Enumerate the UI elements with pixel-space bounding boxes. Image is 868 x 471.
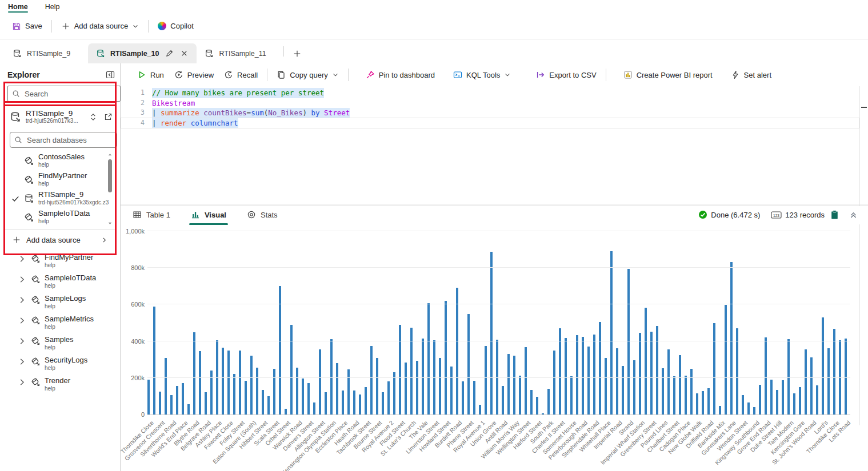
menu-help[interactable]: Help <box>45 0 60 13</box>
database-list-item[interactable]: RTISample_9trd-hjut526m017k35xgdc.z3 <box>5 189 115 208</box>
code-token: by <box>311 108 320 118</box>
bar <box>519 376 521 414</box>
new-tab-button[interactable] <box>287 43 307 63</box>
set-alert-button[interactable]: Set alert <box>726 67 777 82</box>
bar <box>765 337 767 414</box>
database-search-box[interactable] <box>10 132 117 148</box>
database-list-item[interactable]: FindMyPartnerhelp <box>5 170 115 189</box>
database-item-text: FindMyPartnerhelp <box>38 172 87 187</box>
open-in-new-window-icon[interactable] <box>103 112 113 122</box>
database-icon <box>96 49 105 58</box>
bar <box>587 347 590 414</box>
explorer-search-input[interactable] <box>23 89 116 99</box>
bar <box>313 402 315 414</box>
query-pane: Run Preview Recall Copy query Pin to das… <box>121 63 868 471</box>
line-number: 2 <box>121 98 152 108</box>
sidebar-item-samplemetrics[interactable]: SampleMetricshelp <box>0 313 120 334</box>
copy-query-button[interactable]: Copy query <box>271 67 343 82</box>
create-power-bi-report-button[interactable]: Create Power BI report <box>618 67 718 82</box>
tab-rtisample_9[interactable]: RTISample_9 <box>5 43 88 63</box>
export-csv-button[interactable]: Export to CSV <box>531 67 601 82</box>
records-count-label: 123 records <box>785 211 825 219</box>
query-status: Done (6.472 s) 123 123 records <box>698 210 858 220</box>
tab-stats[interactable]: Stats <box>245 204 279 225</box>
collapse-results-icon[interactable] <box>849 211 858 219</box>
scroll-down-icon[interactable] <box>107 220 113 227</box>
sidebar-item-trender[interactable]: Trenderhelp <box>0 375 120 396</box>
bar <box>770 380 773 414</box>
code-token: ) <box>302 108 311 118</box>
tab-visual[interactable]: Visual <box>189 204 228 225</box>
chart-bars <box>147 231 850 414</box>
tree-item-text: FindMyPartnerhelp <box>45 253 93 269</box>
tab-table-1[interactable]: Table 1 <box>131 204 172 225</box>
rename-tab-icon[interactable] <box>165 49 174 58</box>
expand-chevron-icon <box>17 377 27 387</box>
menu-home[interactable]: Home <box>8 0 28 13</box>
clipboard-icon[interactable] <box>830 210 839 220</box>
pin-to-dashboard-button[interactable]: Pin to dashboard <box>361 67 440 82</box>
sidebar-item-sampleiotdata[interactable]: SampleIoTDatahelp <box>0 272 120 293</box>
sidebar-item-securitylogs[interactable]: SecurityLogshelp <box>0 355 120 375</box>
sidebar-item-findmypartner[interactable]: FindMyPartnerhelp <box>0 252 120 272</box>
recall-label: Recall <box>237 71 258 79</box>
tree-item-text: SampleMetricshelp <box>45 315 94 331</box>
bar <box>296 368 298 414</box>
database-list-item[interactable]: SampleIoTDatahelp <box>5 208 115 227</box>
explorer-search-box[interactable] <box>7 86 121 102</box>
bar <box>627 269 630 414</box>
database-list-item[interactable]: ContosoSaleshelp <box>5 151 115 170</box>
close-tab-icon[interactable] <box>180 49 189 58</box>
tree-item-text: SampleIoTDatahelp <box>45 274 96 289</box>
bar <box>759 385 761 414</box>
bar <box>370 346 373 414</box>
code-token <box>320 108 325 118</box>
copilot-button[interactable]: Copilot <box>153 18 198 34</box>
add-data-source-button[interactable]: Add data source <box>56 18 145 34</box>
database-search-input[interactable] <box>26 135 113 145</box>
bar <box>639 333 641 414</box>
code-token: = <box>247 108 251 118</box>
bar <box>536 397 538 414</box>
recall-button[interactable]: Recall <box>219 67 263 82</box>
tab-rtisample_10[interactable]: RTISample_10 <box>88 43 197 63</box>
database-name: ContosoSales <box>38 153 85 162</box>
bar <box>319 349 321 414</box>
database-name: FindMyPartner <box>38 172 87 180</box>
sidebar-item-samplelogs[interactable]: SampleLogshelp <box>0 293 120 313</box>
expand-chevron-icon <box>17 316 27 325</box>
selected-database-row[interactable]: RTISample_9 trd-hjut526m017k3... <box>10 106 113 128</box>
bar <box>450 367 453 414</box>
bar <box>307 383 310 414</box>
add-data-source-item[interactable]: Add data source <box>5 231 115 248</box>
preview-button[interactable]: Preview <box>169 67 219 82</box>
save-icon <box>12 22 21 31</box>
kql-code-editor[interactable]: 1// How many bikes are present per stree… <box>121 86 868 206</box>
code-token: countBikes <box>199 108 247 118</box>
database-icon <box>10 111 21 123</box>
plus-icon <box>293 49 302 58</box>
database-list-scrollbar[interactable] <box>107 151 113 227</box>
sidebar-item-samples[interactable]: Sampleshelp <box>0 334 120 355</box>
bar <box>502 386 504 414</box>
database-icon <box>205 49 214 58</box>
bar <box>845 339 847 414</box>
scroll-up-icon[interactable] <box>107 151 113 158</box>
bar <box>827 348 830 414</box>
selected-check-icon <box>11 194 20 203</box>
bar <box>776 390 778 414</box>
kql-tools-button[interactable]: KQL Tools <box>448 67 516 82</box>
tab-rtisample_11[interactable]: RTISample_11 <box>197 43 280 63</box>
save-button[interactable]: Save <box>7 18 47 34</box>
chart-scrollbar[interactable] <box>859 224 868 425</box>
y-axis-tick-label: 600k <box>122 301 145 308</box>
switch-database-icon[interactable] <box>89 112 98 122</box>
bar <box>753 407 755 414</box>
collapse-panel-icon[interactable] <box>106 70 115 79</box>
tab-label: RTISample_10 <box>110 50 159 58</box>
bar <box>462 381 464 414</box>
bar <box>445 301 447 414</box>
bar <box>485 346 487 414</box>
run-button[interactable]: Run <box>132 67 169 82</box>
scrollbar-thumb[interactable] <box>108 159 112 192</box>
